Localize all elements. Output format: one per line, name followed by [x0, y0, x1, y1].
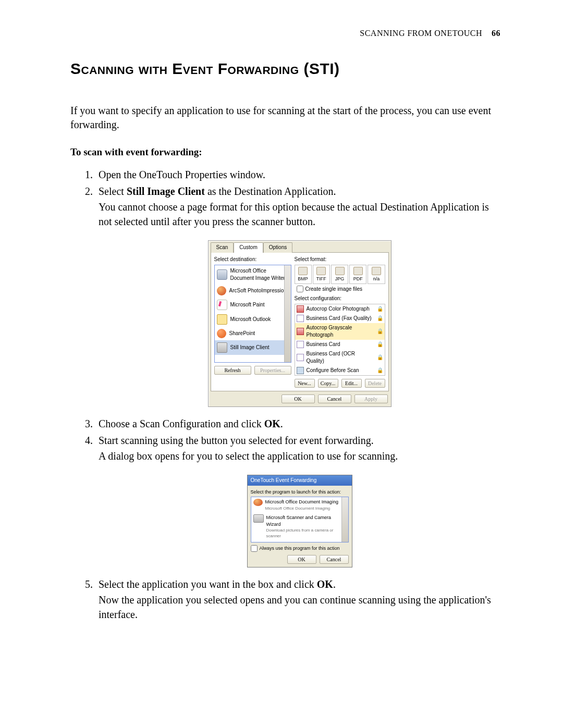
card-icon: [297, 315, 304, 322]
program-list[interactable]: Microsoft Office Document ImagingMicroso…: [251, 497, 349, 542]
page-number: 66: [492, 29, 500, 38]
step-4: Start scanning using the button you sele…: [95, 433, 500, 568]
config-item[interactable]: Business Card (OCR Quality)🔒: [295, 349, 385, 366]
destination-item[interactable]: SharePoint: [215, 327, 291, 340]
onetouch-properties-dialog: Scan Custom Options Select destination: …: [208, 240, 391, 407]
step-4-note: A dialog box opens for you to select the…: [99, 449, 500, 463]
cancel-button[interactable]: Cancel: [320, 555, 349, 564]
step-1: Open the OneTouch Properties window.: [95, 167, 500, 182]
dialog-title: OneTouch Event Forwarding: [248, 475, 352, 486]
dialog-button-bar: OK Cancel Apply: [209, 391, 391, 406]
copy-button[interactable]: Copy...: [318, 379, 338, 388]
page-title: Scanning with Event Forwarding (STI): [70, 60, 500, 78]
properties-button[interactable]: Properties...: [254, 366, 291, 375]
step-2-note: You cannot choose a page format for this…: [99, 200, 500, 229]
format-jpg[interactable]: JPG: [331, 265, 348, 284]
card-icon: [297, 341, 304, 348]
outlook-icon: [217, 314, 227, 325]
destination-item[interactable]: Microsoft Paint: [215, 298, 291, 312]
step-2: Select Still Image Client as the Destina…: [95, 184, 500, 407]
format-bmp[interactable]: BMP: [295, 265, 312, 284]
intro-paragraph: If you want to specify an application to…: [70, 104, 500, 132]
format-na[interactable]: n/a: [368, 265, 385, 284]
dialog-prompt: Select the program to launch for this ac…: [251, 489, 349, 496]
checkbox-icon[interactable]: [251, 545, 258, 552]
step-5-note: Now the application you selected opens a…: [99, 593, 500, 622]
lock-icon: 🔒: [377, 328, 383, 335]
format-tiff[interactable]: TIFF: [313, 265, 330, 284]
apply-button[interactable]: Apply: [354, 394, 388, 403]
lock-icon: 🔒: [377, 315, 383, 322]
ok-button[interactable]: OK: [287, 555, 316, 564]
photo-icon: [297, 305, 304, 313]
refresh-button[interactable]: Refresh: [214, 366, 251, 375]
program-item[interactable]: Microsoft Scanner and Camera WizardDownl…: [251, 513, 348, 541]
lock-icon: 🔒: [377, 305, 383, 313]
paint-icon: [217, 300, 227, 310]
create-single-checkbox[interactable]: Create single image files: [297, 286, 385, 293]
photo-icon: [297, 328, 304, 335]
select-destination-label: Select destination:: [214, 256, 291, 263]
sti-icon: [217, 342, 227, 353]
lock-icon: 🔒: [377, 367, 383, 374]
config-item[interactable]: Configure Before Scan🔒: [295, 366, 385, 375]
running-header: Scanning From OneTouch66: [70, 29, 500, 38]
dialog-button-bar: OK Cancel: [251, 555, 349, 564]
config-item[interactable]: Business Card🔒: [295, 340, 385, 349]
checkbox-icon[interactable]: [297, 286, 303, 292]
step-5: Select the application you want in the b…: [95, 577, 500, 622]
destination-list[interactable]: Microsoft Office Document Image Writer A…: [214, 265, 291, 363]
tab-body: Select destination: Microsoft Office Doc…: [211, 252, 389, 391]
destination-item-selected[interactable]: Still Image Client: [215, 340, 291, 355]
ok-button[interactable]: OK: [282, 394, 315, 403]
printer-icon: [217, 269, 227, 280]
program-icon: [253, 514, 264, 523]
procedure-list: Open the OneTouch Properties window. Sel…: [70, 167, 500, 622]
event-forwarding-dialog: OneTouch Event Forwarding Select the pro…: [247, 475, 352, 568]
tab-options[interactable]: Options: [263, 242, 292, 253]
edit-button[interactable]: Edit...: [341, 379, 362, 388]
format-row: BMP TIFF JPG PDF n/a: [295, 265, 385, 284]
format-pdf[interactable]: PDF: [349, 265, 366, 284]
select-format-label: Select format:: [295, 256, 385, 263]
lock-icon: 🔒: [377, 354, 383, 361]
config-item[interactable]: Business Card (Fax Quality)🔒: [295, 314, 385, 323]
cancel-button[interactable]: Cancel: [318, 394, 351, 403]
destination-item[interactable]: ArcSoft PhotoImpression: [215, 284, 291, 298]
tab-scan[interactable]: Scan: [211, 242, 234, 253]
destination-item[interactable]: Microsoft Outlook: [215, 312, 291, 327]
figure-2: OneTouch Event Forwarding Select the pro…: [99, 475, 500, 568]
tab-bar: Scan Custom Options: [209, 241, 391, 252]
config-item-selected[interactable]: Autocrop Grayscale Photograph🔒: [295, 323, 385, 340]
config-list[interactable]: Autocrop Color Photograph🔒 Business Card…: [295, 304, 385, 376]
card-icon: [297, 354, 304, 361]
page: Scanning From OneTouch66 Scanning with E…: [0, 0, 563, 728]
step-3: Choose a Scan Configuration and click OK…: [95, 416, 500, 431]
select-config-label: Select configuration:: [295, 295, 385, 302]
procedure-heading: To scan with event forwarding:: [70, 146, 500, 158]
always-use-checkbox[interactable]: Always use this program for this action: [251, 545, 349, 552]
delete-button[interactable]: Delete: [365, 379, 385, 388]
sharepoint-icon: [217, 329, 226, 338]
lock-icon: 🔒: [377, 341, 383, 348]
program-item[interactable]: Microsoft Office Document ImagingMicroso…: [251, 497, 348, 513]
config-item[interactable]: Autocrop Color Photograph🔒: [295, 304, 385, 314]
tool-icon: [297, 367, 304, 374]
program-icon: [253, 499, 263, 506]
tab-custom[interactable]: Custom: [234, 242, 263, 253]
destination-item[interactable]: Microsoft Office Document Image Writer: [215, 265, 291, 284]
new-button[interactable]: New...: [295, 379, 315, 388]
figure-1: Scan Custom Options Select destination: …: [99, 240, 500, 407]
section-name: Scanning From OneTouch: [360, 29, 482, 38]
arcsoft-icon: [217, 286, 226, 295]
